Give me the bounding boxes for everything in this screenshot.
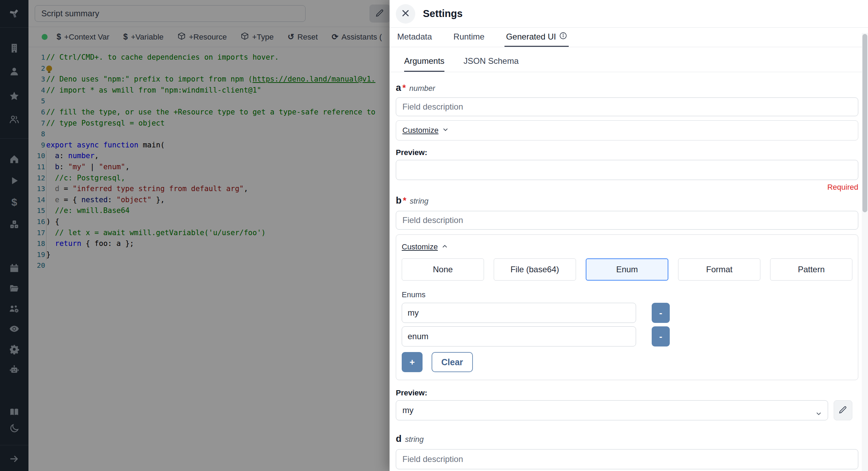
settings-tabbar: Metadata Runtime Generated UI xyxy=(390,28,868,47)
enum-row: - xyxy=(402,303,852,323)
chevron-down-icon xyxy=(442,126,449,135)
field-b-description-input[interactable] xyxy=(396,211,858,230)
tab-metadata[interactable]: Metadata xyxy=(396,28,433,47)
drawer-header: Settings xyxy=(390,0,868,28)
app-screen: $ xyxy=(0,0,868,471)
add-enum-button[interactable]: + xyxy=(402,352,423,372)
field-a-customize-toggle[interactable]: Customize xyxy=(396,121,858,140)
field-b-customize-box: Customize None File (base64) Enum Format… xyxy=(396,234,858,380)
field-b-preview-row: my xyxy=(396,400,858,420)
field-a-description-input[interactable] xyxy=(396,97,858,116)
field-d-description-input[interactable] xyxy=(396,449,858,469)
enum-value-input[interactable] xyxy=(402,326,636,346)
settings-drawer: Settings Metadata Runtime Generated UI A… xyxy=(390,0,868,471)
panel-scrollbar-thumb[interactable] xyxy=(862,34,867,212)
drawer-title: Settings xyxy=(423,8,462,19)
option-file-base64-button[interactable]: File (base64) xyxy=(494,258,576,281)
argument-field-b: b* string Customize None File (base64) E… xyxy=(396,195,858,420)
field-a-preview-input[interactable] xyxy=(396,160,858,180)
tab-generated-ui[interactable]: Generated UI xyxy=(504,28,568,47)
field-d-label: d string xyxy=(396,434,858,444)
required-asterisk: * xyxy=(402,83,406,93)
close-icon xyxy=(401,9,410,19)
subtab-json-schema[interactable]: JSON Schema xyxy=(464,56,519,72)
option-format-button[interactable]: Format xyxy=(678,258,760,281)
field-b-type-options: None File (base64) Enum Format Pattern xyxy=(402,258,852,281)
argument-field-a: a* number Customize Preview: Required xyxy=(396,83,858,192)
close-button[interactable] xyxy=(396,4,415,24)
field-a-required-error: Required xyxy=(396,183,858,192)
info-icon xyxy=(559,32,567,42)
chevron-up-icon xyxy=(441,243,448,251)
enum-row: - xyxy=(402,326,852,346)
panel-scrollbar[interactable] xyxy=(862,33,868,471)
field-b-label: b* string xyxy=(396,195,858,206)
schema-subtabs: Arguments JSON Schema xyxy=(390,47,868,72)
option-pattern-button[interactable]: Pattern xyxy=(770,258,852,281)
remove-enum-button[interactable]: - xyxy=(652,326,670,346)
option-enum-button[interactable]: Enum xyxy=(586,258,669,281)
drawer-backdrop[interactable] xyxy=(0,0,390,471)
clear-enums-button[interactable]: Clear xyxy=(432,352,473,372)
field-b-preview-edit-button[interactable] xyxy=(834,400,852,420)
remove-enum-button[interactable]: - xyxy=(652,303,670,323)
option-none-button[interactable]: None xyxy=(402,258,484,281)
field-a-label: a* number xyxy=(396,83,858,93)
field-a-customize-box: Customize xyxy=(396,120,858,140)
tab-runtime[interactable]: Runtime xyxy=(452,28,486,47)
pencil-icon xyxy=(838,405,848,416)
enum-value-input[interactable] xyxy=(402,303,636,323)
enum-actions: + Clear xyxy=(402,352,852,372)
field-b-customize-toggle[interactable]: Customize xyxy=(402,240,852,254)
argument-field-d: d string Customize xyxy=(396,434,858,471)
field-b-preview-select[interactable]: my xyxy=(396,400,828,420)
settings-body: Arguments JSON Schema a* number Customiz… xyxy=(390,47,868,471)
subtab-arguments[interactable]: Arguments xyxy=(404,56,444,72)
required-asterisk: * xyxy=(403,196,407,206)
